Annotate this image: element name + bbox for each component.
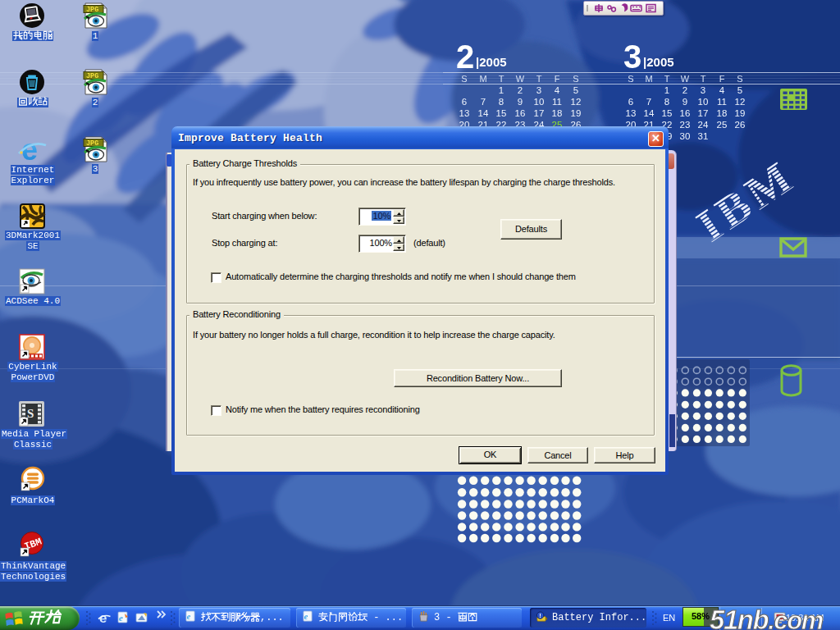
svg-text:1: 1 bbox=[664, 85, 669, 95]
svg-text:10: 10 bbox=[698, 97, 709, 107]
svg-text:19: 19 bbox=[571, 108, 582, 118]
svg-text:7: 7 bbox=[646, 97, 651, 107]
svg-text:23: 23 bbox=[680, 120, 691, 130]
svg-text:S: S bbox=[461, 74, 467, 84]
svg-text:3: 3 bbox=[701, 85, 705, 95]
svg-text:11: 11 bbox=[552, 97, 562, 107]
svg-text:10: 10 bbox=[534, 97, 545, 107]
svg-text:12: 12 bbox=[571, 97, 582, 107]
svg-text:!: ! bbox=[539, 612, 541, 619]
svg-text:30: 30 bbox=[680, 131, 691, 141]
svg-text:W: W bbox=[681, 74, 690, 84]
svg-text:W: W bbox=[516, 74, 525, 84]
svg-text:7: 7 bbox=[481, 97, 486, 107]
svg-text:|2005: |2005 bbox=[476, 55, 507, 69]
svg-text:9: 9 bbox=[682, 97, 687, 107]
svg-text:F: F bbox=[719, 74, 725, 84]
svg-text:S: S bbox=[573, 74, 578, 84]
svg-text:6: 6 bbox=[628, 97, 633, 107]
svg-text:M: M bbox=[645, 74, 652, 84]
svg-text:4: 4 bbox=[555, 85, 560, 95]
svg-text:2: 2 bbox=[682, 85, 687, 95]
svg-text:11: 11 bbox=[717, 97, 727, 107]
svg-text:e: e bbox=[187, 612, 191, 621]
svg-text:25: 25 bbox=[717, 120, 728, 130]
svg-text:S: S bbox=[628, 74, 633, 84]
svg-text:3: 3 bbox=[536, 85, 541, 95]
svg-text:26: 26 bbox=[735, 120, 746, 130]
svg-text:14: 14 bbox=[478, 108, 489, 118]
svg-text:e: e bbox=[304, 612, 308, 621]
svg-text:31: 31 bbox=[698, 131, 709, 141]
svg-text:T: T bbox=[536, 74, 542, 84]
svg-text:M: M bbox=[479, 74, 486, 84]
svg-text:18: 18 bbox=[552, 108, 563, 118]
svg-text:14: 14 bbox=[644, 108, 655, 118]
svg-text:16: 16 bbox=[680, 108, 691, 118]
svg-text:T: T bbox=[664, 74, 670, 84]
svg-text:16: 16 bbox=[515, 108, 526, 118]
svg-text:15: 15 bbox=[496, 108, 507, 118]
svg-text:17: 17 bbox=[534, 108, 545, 118]
svg-text:18: 18 bbox=[717, 108, 728, 118]
svg-text:2: 2 bbox=[456, 39, 474, 75]
svg-text:e: e bbox=[119, 613, 123, 623]
svg-text:12: 12 bbox=[735, 97, 746, 107]
svg-text:15: 15 bbox=[662, 108, 673, 118]
svg-text:T: T bbox=[499, 74, 504, 84]
svg-text:24: 24 bbox=[698, 120, 709, 130]
svg-text:4: 4 bbox=[719, 85, 725, 95]
svg-text:|2005: |2005 bbox=[643, 55, 674, 69]
svg-text:13: 13 bbox=[626, 108, 637, 118]
svg-text:S: S bbox=[737, 74, 742, 84]
svg-text:17: 17 bbox=[698, 108, 709, 118]
svg-text:19: 19 bbox=[735, 108, 746, 118]
svg-text:F: F bbox=[555, 74, 560, 84]
svg-text:2: 2 bbox=[518, 85, 523, 95]
svg-text:T: T bbox=[701, 74, 706, 84]
svg-text:9: 9 bbox=[518, 97, 523, 107]
svg-text:1: 1 bbox=[499, 85, 504, 95]
svg-text:5: 5 bbox=[573, 85, 578, 95]
svg-text:13: 13 bbox=[459, 108, 470, 118]
svg-text:5: 5 bbox=[737, 85, 742, 95]
svg-text:3: 3 bbox=[623, 39, 641, 75]
svg-text:6: 6 bbox=[462, 97, 467, 107]
svg-text:8: 8 bbox=[499, 97, 504, 107]
svg-text:8: 8 bbox=[664, 97, 669, 107]
